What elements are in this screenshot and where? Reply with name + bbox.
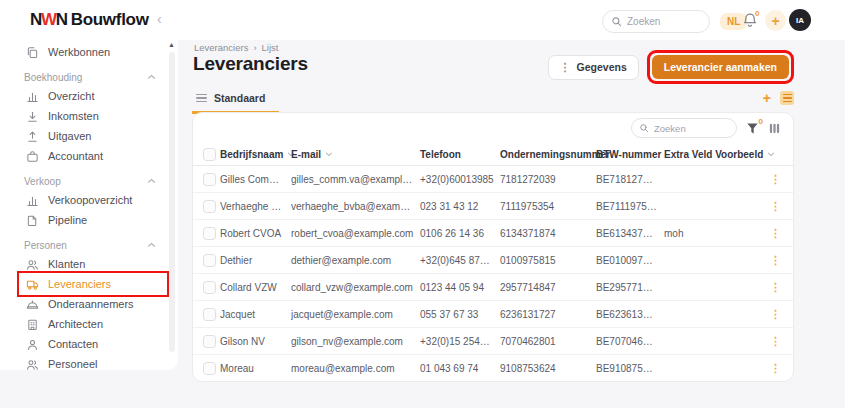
section-label: Verkoop	[24, 176, 61, 187]
cell-bedrijfsnaam: Verhaeghe BVBA	[220, 201, 291, 212]
row-actions-icon[interactable]: ⋮	[770, 281, 783, 294]
row-actions-icon[interactable]: ⋮	[770, 308, 783, 321]
sidebar-item-contacten[interactable]: Contacten	[20, 334, 166, 354]
logo-brand-text: Bouwflow	[71, 10, 149, 30]
table-search-input[interactable]	[654, 123, 724, 134]
row-actions-icon[interactable]: ⋮	[770, 200, 783, 213]
sidebar-section-boekhouding[interactable]: Boekhouding	[24, 69, 156, 85]
row-actions-icon[interactable]: ⋮	[770, 227, 783, 240]
sidebar-item-klanten[interactable]: Klanten	[20, 254, 166, 274]
row-actions-icon[interactable]: ⋮	[770, 254, 783, 267]
top-bar: NWNBouwflow ‹ NL 0 + IA	[0, 0, 845, 40]
column-header-ondernemingsnummer[interactable]: Ondernemingsnummer	[500, 149, 596, 160]
sidebar-item-verkoopoverzicht[interactable]: Verkoopoverzicht	[20, 190, 166, 210]
cell-telefoon: +32(0)60013985	[420, 174, 500, 185]
annotation-box-create-button: Leverancier aanmaken	[647, 50, 794, 84]
download-icon	[26, 110, 39, 123]
column-header-label: BTW-nummer	[596, 149, 661, 160]
column-header-extra-veld-voorbeeld[interactable]: Extra Veld Voorbeeld	[664, 149, 768, 160]
sidebar-item-overzicht[interactable]: Overzicht	[20, 86, 166, 106]
sidebar-item-label: Onderaannemers	[48, 298, 134, 310]
sidebar-item-werkbonnen[interactable]: Werkbonnen	[20, 42, 166, 62]
row-actions-icon[interactable]: ⋮	[770, 173, 783, 186]
sidebar-item-leveranciers[interactable]: Leveranciers	[20, 274, 166, 294]
table-search[interactable]	[631, 118, 737, 138]
logo-letter: N	[56, 10, 68, 30]
tab-standaard[interactable]: Standaard	[192, 90, 279, 114]
view-settings-icon[interactable]	[780, 91, 794, 105]
row-actions-icon[interactable]: ⋮	[770, 362, 783, 375]
scroll-up-arrow-icon[interactable]: ▲	[168, 41, 175, 48]
row-actions-icon[interactable]: ⋮	[770, 335, 783, 348]
user-avatar[interactable]: IA	[789, 9, 811, 31]
cell-ondernemingsnummer: 6236131727	[500, 309, 596, 320]
row-checkbox[interactable]	[203, 227, 216, 240]
row-checkbox[interactable]	[203, 200, 216, 213]
add-view-button[interactable]: +	[763, 91, 771, 105]
table-toolbar: 0	[193, 113, 793, 143]
sidebar-item-personeel[interactable]: Personeel	[20, 354, 166, 374]
sidebar-collapse-icon[interactable]: ‹	[157, 11, 162, 27]
cell-ondernemingsnummer: 2957714847	[500, 282, 596, 293]
table-row[interactable]: Dethierdethier@example.com+32(0)645 8704…	[193, 247, 793, 274]
table-row[interactable]: Verhaeghe BVBAverhaeghe_bvba@example.com…	[193, 193, 793, 220]
sidebar-item-label: Leveranciers	[48, 278, 111, 290]
notifications-button[interactable]: 0	[742, 12, 762, 32]
row-checkbox[interactable]	[203, 308, 216, 321]
sidebar-item-uitgaven[interactable]: Uitgaven	[20, 126, 166, 146]
sidebar-item-onderaannemers[interactable]: Onderaannemers	[20, 294, 166, 314]
cell-btw_nummer: BE9108753624	[596, 363, 664, 374]
column-header-label: Extra Veld Voorbeeld	[664, 149, 763, 160]
gegevens-button[interactable]: ⋮ Gegevens	[548, 55, 639, 80]
select-all-checkbox[interactable]	[203, 148, 216, 161]
table-row[interactable]: Gilson NVgilson_nv@example.com+32(0)15 2…	[193, 328, 793, 355]
cell-btw_nummer: BE6134371874	[596, 228, 664, 239]
search-icon	[639, 123, 649, 133]
table-row[interactable]: Gilles Comm.VAgilles_comm.va@example.com…	[193, 166, 793, 193]
create-supplier-button[interactable]: Leverancier aanmaken	[652, 55, 789, 79]
sidebar-item-label: Klanten	[48, 258, 85, 270]
sidebar-item-pipeline[interactable]: Pipeline	[20, 210, 166, 230]
row-checkbox[interactable]	[203, 173, 216, 186]
filter-button[interactable]: 0	[746, 122, 759, 135]
row-checkbox[interactable]	[203, 335, 216, 348]
caret-down-icon	[767, 152, 775, 157]
cell-bedrijfsnaam: Robert CVOA	[220, 228, 291, 239]
quick-add-button[interactable]: +	[765, 10, 786, 31]
cell-btw_nummer: BE7070462801	[596, 336, 664, 347]
sidebar-item-architecten[interactable]: Architecten	[20, 314, 166, 334]
cell-email: robert_cvoa@example.com	[291, 228, 420, 239]
section-label: Personen	[24, 240, 67, 251]
sidebar-item-label: Architecten	[48, 318, 103, 330]
table-row[interactable]: Jacquetjacquet@example.com055 37 67 3362…	[193, 301, 793, 328]
sidebar-section-verkoop[interactable]: Verkoop	[24, 173, 156, 189]
sidebar-item-label: Overzicht	[48, 90, 94, 102]
sidebar-section-personen[interactable]: Personen	[24, 237, 156, 253]
column-header-e-mail[interactable]: E-mail	[291, 149, 420, 160]
view-tabs: Standaard +	[192, 90, 794, 114]
row-checkbox[interactable]	[203, 281, 216, 294]
row-checkbox[interactable]	[203, 362, 216, 375]
table-row[interactable]: Moreaumoreau@example.com01 043 69 749108…	[193, 355, 793, 382]
column-header-btw-nummer[interactable]: BTW-nummer	[596, 149, 664, 160]
column-header-bedrijfsnaam[interactable]: Bedrijfsnaam	[220, 149, 291, 160]
columns-icon[interactable]	[768, 122, 781, 135]
sidebar-scrollbar[interactable]	[169, 52, 175, 352]
file-icon	[26, 214, 39, 227]
table-row[interactable]: Collard VZWcollard_vzw@example.com0123 4…	[193, 274, 793, 301]
global-search-input[interactable]	[627, 16, 697, 27]
global-search[interactable]	[602, 10, 710, 33]
cell-ondernemingsnummer: 0100975815	[500, 255, 596, 266]
column-header-label: Bedrijfsnaam	[220, 149, 283, 160]
sidebar-item-accountant[interactable]: Accountant	[20, 146, 166, 166]
cell-telefoon: 01 043 69 74	[420, 363, 500, 374]
column-header-telefoon[interactable]: Telefoon	[420, 149, 500, 160]
building-icon	[26, 318, 39, 331]
cell-telefoon: +32(0)15 2540351	[420, 336, 500, 347]
row-checkbox[interactable]	[203, 254, 216, 267]
sidebar-item-label: Verkoopoverzicht	[48, 194, 132, 206]
page-actions: ⋮ Gegevens Leverancier aanmaken	[192, 50, 794, 84]
sidebar-item-inkomsten[interactable]: Inkomsten	[20, 106, 166, 126]
table-row[interactable]: Robert CVOArobert_cvoa@example.com0106 2…	[193, 220, 793, 247]
cell-btw_nummer: BE6236131727	[596, 309, 664, 320]
